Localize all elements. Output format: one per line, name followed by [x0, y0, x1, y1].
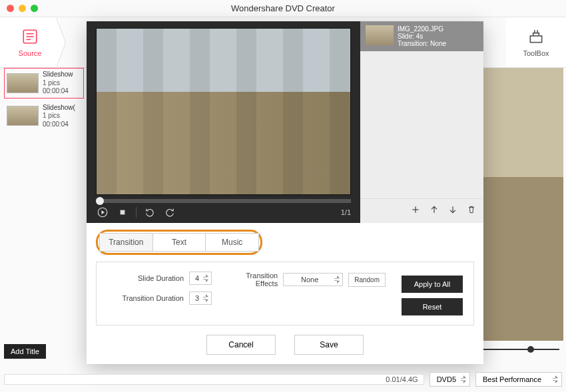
- add-slide-button[interactable]: [410, 204, 421, 218]
- add-title-button[interactable]: Add Title: [4, 344, 46, 359]
- status-bar: 0.01/4.4G DVD5 Best Performance: [4, 369, 562, 389]
- play-button[interactable]: [96, 206, 109, 219]
- slideshow-name: Slideshow: [43, 71, 73, 79]
- svg-rect-4: [530, 35, 541, 42]
- apply-to-all-button[interactable]: Apply to All: [402, 276, 463, 293]
- toolbox-icon: [527, 28, 545, 47]
- stop-button[interactable]: [116, 206, 129, 219]
- slide-counter: 1/1: [341, 208, 351, 216]
- rotate-left-button[interactable]: [143, 206, 156, 219]
- transition-effects-label: Transition Effects: [228, 272, 278, 288]
- transition-duration-label: Transition Duration: [107, 294, 184, 302]
- move-down-button[interactable]: [447, 204, 458, 218]
- slide-strip: IMG_2200.JPG Slide: 4s Transition: None: [360, 21, 483, 223]
- minimize-window-icon[interactable]: [19, 5, 26, 12]
- window-title: Wondershare DVD Creator: [0, 3, 566, 13]
- slideshow-item[interactable]: Slideshow 1 pics 00:00:04: [4, 68, 84, 98]
- menu-preview-thumbnail: [483, 68, 563, 341]
- quality-select[interactable]: Best Performance: [475, 372, 562, 387]
- zoom-slider-knob[interactable]: [527, 346, 534, 353]
- nav-arrow-icon: [56, 17, 76, 67]
- slideshow-thumbnail: [7, 73, 39, 93]
- delete-slide-button[interactable]: [466, 204, 477, 218]
- slideshow-pic-count: 1 pics: [43, 112, 75, 120]
- disc-usage-text: 0.01/4.4G: [386, 375, 418, 383]
- strip-item[interactable]: IMG_2200.JPG Slide: 4s Transition: None: [360, 21, 483, 51]
- strip-filename: IMG_2200.JPG: [398, 25, 446, 33]
- disc-usage-bar: 0.01/4.4G: [4, 374, 424, 385]
- zoom-slider[interactable]: [483, 349, 559, 350]
- tab-music[interactable]: Music: [206, 233, 259, 252]
- nav-toolbox[interactable]: ToolBox: [506, 17, 566, 67]
- slideshow-duration: 00:00:04: [43, 87, 73, 96]
- strip-transition: Transition: None: [398, 40, 446, 47]
- seek-knob[interactable]: [96, 197, 104, 205]
- slideshow-pic-count: 1 pics: [43, 79, 73, 88]
- source-icon: [21, 28, 39, 47]
- window-controls: [7, 5, 38, 12]
- strip-slide-duration: Slide: 4s: [398, 33, 446, 40]
- tab-transition[interactable]: Transition: [99, 233, 153, 252]
- random-button[interactable]: Random: [348, 273, 386, 287]
- seek-bar[interactable]: [96, 199, 351, 203]
- transition-settings: Slide Duration 4 Transition Duration 3 T…: [96, 262, 474, 325]
- strip-thumbnail: [366, 25, 394, 45]
- cancel-button[interactable]: Cancel: [206, 335, 276, 355]
- nav-source[interactable]: Source: [0, 17, 60, 67]
- slideshow-thumbnail: [7, 106, 39, 126]
- nav-source-label: Source: [19, 49, 42, 57]
- close-window-icon[interactable]: [7, 5, 14, 12]
- slideshow-item[interactable]: Slideshow( 1 pics 00:00:04: [4, 101, 84, 132]
- tab-text[interactable]: Text: [153, 233, 206, 252]
- nav-toolbox-label: ToolBox: [523, 49, 549, 57]
- save-button[interactable]: Save: [294, 335, 364, 355]
- reset-button[interactable]: Reset: [402, 298, 463, 315]
- divider: [136, 207, 137, 218]
- preview-image: [96, 28, 351, 195]
- svg-rect-8: [121, 210, 125, 214]
- slideshow-editor-dialog: 1/1 IMG_2200.JPG Slide: 4s Transition: N…: [87, 21, 483, 364]
- slideshow-name: Slideshow(: [43, 104, 75, 112]
- slideshow-list: Slideshow 1 pics 00:00:04 Slideshow( 1 p…: [4, 68, 84, 131]
- slide-duration-label: Slide Duration: [107, 274, 184, 282]
- tabs-highlight-icon: Transition Text Music: [96, 230, 262, 255]
- transition-duration-stepper[interactable]: 3: [189, 292, 212, 305]
- disc-type-select[interactable]: DVD5: [429, 372, 470, 387]
- title-bar: Wondershare DVD Creator: [0, 0, 566, 17]
- rotate-right-button[interactable]: [163, 206, 176, 219]
- slideshow-duration: 00:00:04: [43, 120, 75, 129]
- preview-pane: 1/1: [87, 21, 360, 223]
- move-up-button[interactable]: [429, 204, 439, 218]
- slide-duration-stepper[interactable]: 4: [189, 272, 212, 285]
- transition-effects-select[interactable]: None: [283, 273, 343, 286]
- zoom-window-icon[interactable]: [31, 5, 38, 12]
